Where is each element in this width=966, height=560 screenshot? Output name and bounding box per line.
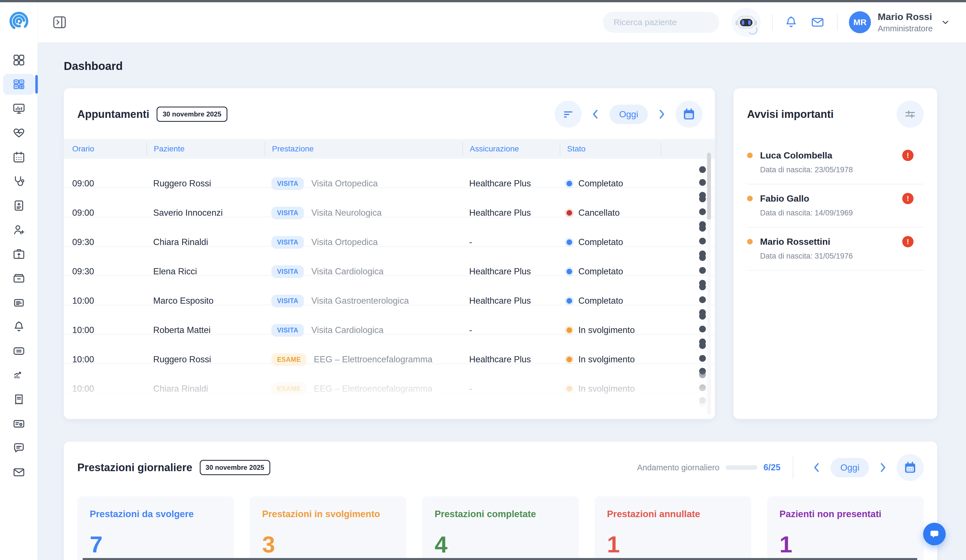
sidebar-item-card-notes[interactable] — [3, 341, 35, 362]
type-badge: VISITA — [271, 207, 304, 219]
next-day-chevron-icon[interactable] — [655, 108, 668, 121]
sidebar-item-chat-bubble[interactable] — [3, 438, 35, 458]
daily-stat-card[interactable]: Prestazioni da svolgere 7 Da completare … — [77, 496, 234, 560]
prev-day-chevron-icon[interactable] — [589, 108, 602, 121]
sidebar-item-medical-report[interactable] — [3, 195, 35, 216]
filter-button[interactable] — [555, 101, 582, 128]
type-badge: VISITA — [271, 265, 304, 278]
column-header-stato[interactable]: Stato — [560, 142, 661, 156]
table-row[interactable]: 09:00 Saverio Innocenzi VISITA Visita Ne… — [64, 188, 715, 218]
robot-icon — [737, 16, 755, 29]
column-header-prestazione[interactable]: Prestazione — [264, 142, 462, 156]
daily-stat-card[interactable]: Prestazioni in svolgimento 3 Attività at… — [250, 496, 406, 560]
alert-item[interactable]: Luca Colombella ! Data di nascita: 23/05… — [747, 141, 924, 184]
status-dot — [567, 415, 572, 419]
alerts-settings-button[interactable] — [897, 101, 924, 128]
cell-paziente: Elena Ricci — [146, 267, 264, 277]
stat-value: 3 — [262, 531, 394, 558]
table-row[interactable]: 10:00 Ruggero Rossi ESAME EEG – Elettroe… — [64, 335, 715, 364]
sidebar — [0, 0, 38, 560]
sidebar-item-analytics-activity[interactable] — [3, 365, 35, 386]
cell-stato: In svolgimento — [560, 325, 661, 335]
alerts-title: Avvisi importanti — [747, 108, 834, 120]
search-input[interactable] — [614, 18, 723, 27]
type-badge: VISITA — [271, 412, 304, 419]
cell-prestazione: VISITA Visita Cardiologica — [264, 324, 462, 337]
sidebar-item-invoice[interactable] — [3, 389, 35, 410]
sidebar-item-stethoscope[interactable] — [3, 171, 35, 192]
table-row[interactable]: 09:30 Elena Ricci VISITA Visita Cardiolo… — [64, 247, 715, 276]
cell-stato: Cancellato — [560, 208, 661, 218]
sidebar-item-archive-box[interactable] — [3, 268, 35, 289]
cell-assicurazione: Healthcare Plus — [462, 354, 560, 365]
notifications-bell-icon[interactable] — [784, 15, 798, 29]
cell-assicurazione: - — [462, 384, 560, 394]
daily-next-chevron-icon[interactable] — [876, 461, 889, 474]
sidebar-item-add-patient[interactable] — [3, 219, 35, 240]
cell-orario: 10:00 — [64, 384, 146, 394]
daily-stat-card[interactable]: Pazienti non presentati 1 No-show regist… — [767, 496, 924, 560]
table-header: Orario Paziente Prestazione Assicurazion… — [64, 139, 715, 159]
calendar-picker-button[interactable] — [675, 101, 703, 128]
status-label: Da svolgere — [578, 413, 625, 419]
daily-prev-chevron-icon[interactable] — [810, 461, 823, 474]
table-row[interactable]: 10:00 Paolo Giordano VISITA Visita Ortop… — [64, 393, 715, 419]
cell-paziente: Ruggero Rossi — [146, 354, 264, 365]
table-row[interactable]: 10:00 Marco Esposito VISITA Visita Gastr… — [64, 276, 715, 305]
user-avatar[interactable]: MR — [849, 11, 871, 33]
sidebar-item-bell[interactable] — [3, 316, 35, 337]
daily-stat-card[interactable]: Prestazioni completate 4 Chiuse nella gi… — [422, 496, 578, 560]
table-row[interactable]: 09:30 Chiara Rinaldi VISITA Visita Ortop… — [64, 218, 715, 247]
user-menu-chevron-icon[interactable] — [941, 18, 950, 27]
sidebar-item-dashboard-grid[interactable] — [3, 50, 35, 70]
daily-trend: Andamento giornaliero 6/25 — [637, 462, 780, 473]
calendar-icon — [682, 107, 696, 121]
column-header-orario[interactable]: Orario — [64, 142, 146, 156]
trend-value: 6/25 — [764, 462, 780, 473]
table-row[interactable]: 10:00 Chiara Rinaldi ESAME EEG – Elettro… — [64, 364, 715, 393]
daily-today-button[interactable]: Oggi — [831, 458, 869, 477]
cell-prestazione: VISITA Visita Neurologica — [264, 207, 462, 219]
table-scrollbar-thumb[interactable] — [707, 152, 711, 219]
alert-item[interactable]: Mario Rossettini ! Data di nascita: 31/0… — [747, 228, 924, 271]
ai-assistant-button[interactable] — [731, 8, 761, 37]
calendar-icon — [904, 461, 917, 474]
alert-item[interactable]: Fabio Gallo ! Data di nascita: 14/09/196… — [747, 184, 924, 228]
today-button[interactable]: Oggi — [610, 105, 648, 124]
chat-fab-button[interactable] — [923, 523, 946, 545]
service-name: EEG – Elettroencefalogramma — [314, 354, 432, 365]
stat-value: 1 — [780, 531, 911, 558]
daily-calendar-button[interactable] — [897, 454, 924, 481]
sidebar-item-card-eye[interactable] — [3, 413, 35, 434]
medical-report-icon — [12, 199, 25, 212]
sidebar-item-documents[interactable] — [3, 292, 35, 313]
documents-icon — [12, 296, 25, 309]
column-header-paziente[interactable]: Paziente — [146, 142, 264, 156]
invoice-icon — [12, 393, 25, 406]
sidebar-item-calendar[interactable] — [3, 147, 35, 167]
stat-title: Prestazioni annullate — [607, 509, 739, 519]
alert-birth-date: Data di nascita: 14/09/1969 — [760, 209, 924, 218]
messages-mail-icon[interactable] — [810, 15, 825, 29]
daily-title: Prestazioni giornaliere — [77, 462, 192, 474]
app-logo[interactable] — [0, 0, 38, 42]
daily-stat-card[interactable]: Prestazioni annullate 1 Disdette dai paz… — [595, 496, 751, 560]
column-header-assicurazione[interactable]: Assicurazione — [462, 142, 560, 156]
cell-assicurazione: - — [462, 237, 560, 247]
sidebar-item-monitor-chart[interactable] — [3, 98, 35, 119]
table-row[interactable]: 09:00 Ruggero Rossi VISITA Visita Ortope… — [64, 159, 715, 188]
sidebar-item-hospital[interactable] — [3, 244, 35, 265]
service-name: EEG – Elettroencefalogramma — [314, 384, 432, 394]
table-row[interactable]: 10:00 Roberta Mattei VISITA Visita Cardi… — [64, 305, 715, 335]
sidebar-item-modules-grid[interactable] — [3, 74, 35, 95]
sidebar-collapse-icon[interactable] — [52, 15, 67, 30]
alert-exclamation-badge: ! — [902, 150, 913, 161]
status-label: Cancellato — [578, 208, 619, 218]
daily-stats-row: Prestazioni da svolgere 7 Da completare … — [77, 496, 924, 560]
status-dot — [567, 357, 572, 362]
cell-assicurazione: Healthcare Plus — [462, 267, 560, 277]
cell-stato: Completato — [560, 178, 661, 188]
cell-orario: 10:00 — [64, 413, 146, 419]
sidebar-item-mail[interactable] — [3, 462, 35, 483]
sidebar-item-heart-pulse[interactable] — [3, 122, 35, 143]
